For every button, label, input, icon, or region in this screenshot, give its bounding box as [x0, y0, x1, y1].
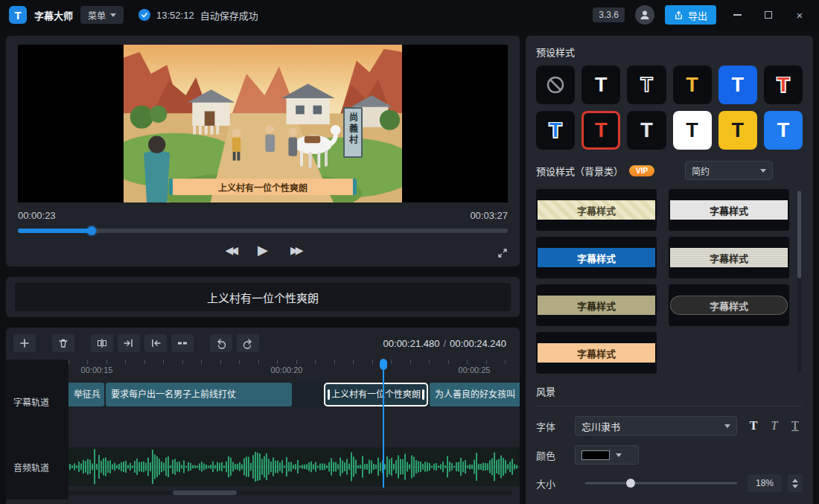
subtitle-text-input[interactable]: 上义村有一位个性爽朗: [15, 283, 511, 311]
style-letter: T: [686, 75, 698, 95]
version-badge: 3.3.6: [593, 7, 625, 22]
style-letter: T: [640, 75, 653, 95]
audio-track[interactable]: [68, 447, 520, 486]
preset-style-grid: T T T T T T T T T T T: [536, 66, 803, 150]
autosave-message: 自动保存成功: [200, 8, 258, 22]
video-frame: 尚義村 上义村有一位个性爽朗: [18, 45, 508, 202]
font-underline-button[interactable]: T: [788, 417, 803, 435]
preset-style-5-button[interactable]: T: [764, 66, 803, 104]
style-letter: T: [549, 121, 562, 141]
font-color-dropdown[interactable]: [575, 445, 639, 465]
chevron-down-icon: [760, 169, 766, 173]
merge-clips-button[interactable]: [171, 334, 194, 352]
split-icon: [96, 337, 108, 349]
chevron-down-icon: [792, 485, 798, 488]
preset-style-6-button[interactable]: T: [536, 111, 575, 150]
style-letter: T: [686, 121, 698, 141]
trim-left-icon: [123, 337, 135, 349]
style-card[interactable]: 字幕样式: [669, 189, 789, 231]
seek-handle[interactable]: [87, 226, 96, 235]
minimize-button[interactable]: [727, 5, 748, 25]
add-subtitle-button[interactable]: [13, 334, 36, 352]
timeline-toolbar: 00:00:21.480/00:00:24.240: [6, 328, 520, 355]
subtitle-clip[interactable]: 为人善良的好女孩叫: [430, 383, 520, 406]
fullscreen-icon: [497, 248, 508, 258]
landscape-section-title: 风景: [536, 384, 803, 398]
ruler-label: 00:00:25: [459, 366, 491, 374]
timeline-scrollbar[interactable]: [68, 491, 512, 495]
size-row: 大小 18%: [536, 474, 803, 492]
timeline-panel: 00:00:21.480/00:00:24.240 字幕轨道 音频轨道 00:0…: [6, 328, 520, 504]
style-list-scrollbar-thumb[interactable]: [797, 191, 801, 278]
style-card[interactable]: 字幕样式: [536, 332, 657, 374]
split-clip-button[interactable]: [91, 334, 113, 352]
style-letter: T: [731, 121, 744, 141]
size-slider[interactable]: [585, 474, 737, 492]
size-slider-handle[interactable]: [626, 479, 635, 488]
vip-badge: VIP: [629, 165, 654, 176]
delete-button[interactable]: [52, 334, 74, 352]
preset-style-11-button[interactable]: T: [764, 111, 803, 150]
subtitle-clip[interactable]: 要求每户出一名男子上前线打仗: [106, 383, 292, 406]
style-letter: T: [640, 121, 653, 141]
seek-bar[interactable]: [18, 229, 508, 233]
font-italic-button[interactable]: T: [767, 417, 782, 435]
style-letter: T: [777, 75, 790, 95]
trim-right-button[interactable]: [144, 334, 167, 352]
style-list-scrollbar[interactable]: [797, 191, 801, 372]
maximize-button[interactable]: [758, 5, 779, 25]
preset-style-8-button[interactable]: T: [627, 111, 666, 150]
subtitle-clip-selected[interactable]: 上义村有一位个性爽朗: [324, 383, 428, 406]
timeline-scrollbar-thumb[interactable]: [173, 491, 237, 495]
font-label: 字体: [536, 419, 575, 433]
audio-track-label: 音频轨道: [13, 461, 66, 473]
fast-forward-button[interactable]: ▶▶: [290, 244, 301, 256]
style-card[interactable]: 字幕样式: [536, 284, 657, 326]
subtitle-overlay: 上义村有一位个性爽朗: [169, 179, 357, 195]
style-card[interactable]: 字幕样式: [669, 284, 789, 326]
titlebar: T 字幕大师 菜单 13:52:12 自动保存成功 3.3.6: [0, 0, 819, 30]
preset-style-1-button[interactable]: T: [581, 66, 620, 104]
preset-style-7-button[interactable]: T: [581, 111, 620, 150]
play-button[interactable]: ▶: [258, 242, 268, 258]
style-card[interactable]: 字幕样式: [536, 189, 657, 231]
trash-icon: [57, 337, 69, 349]
timeline-ruler[interactable]: 00:00:15 00:00:20 00:00:25: [68, 360, 520, 376]
fullscreen-button[interactable]: [497, 248, 508, 258]
font-dropdown[interactable]: 忘川隶书: [575, 416, 737, 436]
menu-button[interactable]: 菜单: [80, 6, 124, 24]
preset-none-button[interactable]: [536, 66, 575, 104]
style-card[interactable]: 字幕样式: [669, 237, 789, 278]
close-button[interactable]: ×: [789, 5, 810, 25]
export-button[interactable]: 导出: [665, 5, 716, 25]
trim-left-button[interactable]: [118, 334, 140, 352]
style-card[interactable]: 字幕样式: [536, 237, 657, 278]
color-row: 颜色: [536, 445, 803, 465]
font-row: 字体 忘川隶书 T T T: [536, 416, 803, 436]
rewind-button[interactable]: ◀◀: [226, 244, 236, 256]
preset-style-10-button[interactable]: T: [718, 111, 757, 150]
avatar[interactable]: [635, 5, 654, 25]
playhead[interactable]: [383, 360, 384, 488]
size-stepper[interactable]: [788, 474, 803, 492]
style-letter: T: [731, 75, 744, 95]
subtitle-clip[interactable]: 举征兵: [68, 383, 104, 406]
preset-style-2-button[interactable]: T: [627, 66, 666, 104]
preset-style-4-button[interactable]: T: [718, 66, 757, 104]
font-bold-button[interactable]: T: [746, 417, 761, 435]
color-label: 颜色: [536, 448, 575, 462]
style-category-dropdown[interactable]: 简约: [685, 161, 773, 180]
autosave-status: 13:52:12 自动保存成功: [138, 8, 258, 22]
chevron-down-icon: [724, 424, 730, 428]
undo-icon: [215, 337, 227, 349]
app-logo-icon: T: [9, 6, 27, 24]
preset-style-3-button[interactable]: T: [673, 66, 712, 104]
user-icon: [639, 9, 651, 21]
redo-button[interactable]: [237, 334, 259, 352]
undo-button[interactable]: [210, 334, 232, 352]
subtitle-track-label: 字幕轨道: [13, 395, 66, 408]
ruler-label: 00:00:15: [81, 366, 113, 374]
maximize-icon: [765, 11, 772, 19]
total-time: 00:03:27: [470, 210, 508, 221]
preset-style-9-button[interactable]: T: [673, 111, 712, 150]
